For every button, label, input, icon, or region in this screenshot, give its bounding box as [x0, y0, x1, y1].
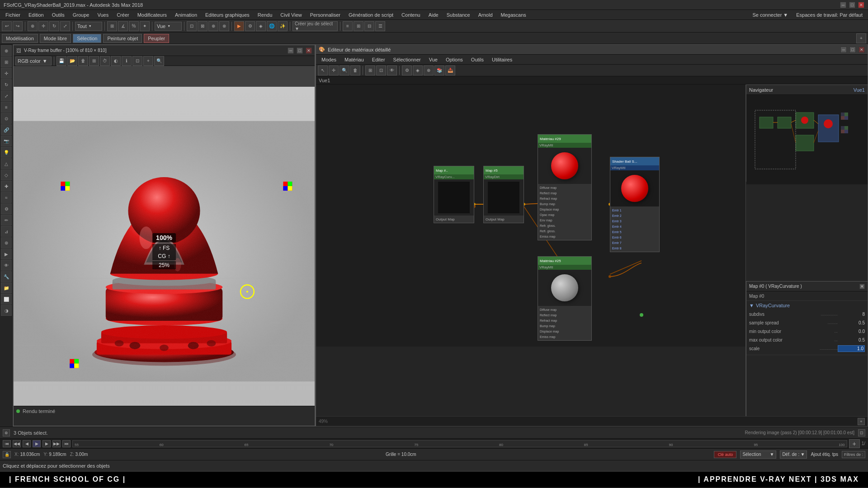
menu-substance[interactable]: Substance [443, 11, 474, 19]
select-tool[interactable]: ⊕ [28, 21, 38, 31]
asset-icon[interactable]: 📁 [1, 282, 12, 293]
mat-material-import[interactable]: 📥 [445, 66, 455, 75]
mat-minimize[interactable]: ─ [840, 47, 847, 53]
menu-creer[interactable]: Créer [113, 11, 133, 19]
environment-btn[interactable]: 🌐 [267, 21, 277, 31]
mat-menu-modes[interactable]: Modes [318, 56, 340, 63]
filters-btn[interactable]: Filtres de : [842, 451, 865, 458]
menu-connect[interactable]: Se connecter ▼ [749, 11, 792, 19]
mat-fit[interactable]: ⊡ [376, 66, 386, 75]
mat-editor-canvas[interactable]: Map #.. VRayCurv... Output Map Map #5 VR… [316, 84, 745, 347]
utilities-icon[interactable]: 🔧 [1, 271, 12, 282]
hierarchy-panel[interactable]: ⊛ [1, 237, 12, 248]
material-editor-btn[interactable]: ◈ [256, 21, 266, 31]
render-button[interactable]: ▶ [234, 21, 244, 31]
menu-groupe[interactable]: Groupe [69, 11, 93, 19]
helper-icon[interactable]: ✚ [1, 181, 12, 192]
create-jeu-select[interactable]: Créer jeu de sélect ▼ [292, 21, 338, 31]
minimize-button[interactable]: ─ [840, 2, 846, 8]
redo-button[interactable]: ↪ [13, 21, 23, 31]
spinner-snap[interactable]: ✦ [140, 21, 150, 31]
menu-contenu[interactable]: Contenu [398, 11, 424, 19]
node-vray-curvature-1[interactable]: Map #.. VRayCurv... Output Map [434, 166, 474, 223]
node-shader-ball[interactable]: Shader Ball S... VRayMtl Emtr 1 Emtr 2 E… [610, 157, 660, 252]
node-material-25[interactable]: Matériau #25 VRayMtl Diffuse map Reflect… [538, 256, 592, 341]
menu-arnold[interactable]: Arnold [475, 11, 496, 19]
anim-first[interactable]: ⏮ [3, 440, 11, 447]
anim-last[interactable]: ⏭ [62, 440, 71, 447]
mat-move-tool[interactable]: ✛ [329, 66, 339, 75]
def-dropdown[interactable]: Déf. de : ▼ [780, 450, 807, 459]
anim-prev-key[interactable]: ◀◀ [13, 440, 21, 447]
mat-hide[interactable]: 👁 [387, 66, 397, 75]
color-mode-dropdown[interactable]: RGB color ▼ [15, 56, 52, 66]
mode-modelisation[interactable]: Modélisation [2, 34, 38, 43]
mode-peupler[interactable]: Peupler [144, 34, 169, 43]
view-dropdown[interactable]: Vue [155, 22, 182, 31]
menu-workspace[interactable]: Espaces de travail: Par défaut [793, 11, 866, 19]
vfb-lut[interactable]: ◐ [111, 56, 121, 66]
mat-options4[interactable]: ⊕ [424, 66, 434, 75]
mat-zoom-tool[interactable]: 🔍 [340, 66, 349, 75]
anim-prev[interactable]: ◀ [23, 440, 31, 447]
bind-tool[interactable]: ⊕ [208, 21, 218, 31]
node-material-29[interactable]: Matériau #29 VRayMtl Diffuse map Reflect… [538, 134, 592, 240]
effects-btn[interactable]: ✨ [278, 21, 288, 31]
menu-editeurs[interactable]: Editeurs graphiques [202, 11, 253, 19]
pivot-icon[interactable]: ⊙ [1, 113, 12, 124]
vfb-history[interactable]: ⏱ [100, 56, 110, 66]
systems-icon[interactable]: ⚙ [1, 203, 12, 214]
display-icon[interactable]: 👁 [1, 260, 12, 271]
select-icon[interactable]: ⊕ [1, 45, 12, 56]
rotate-icon[interactable]: ↻ [1, 79, 12, 90]
lock-btn[interactable]: 🔒 [3, 451, 11, 458]
anim-play[interactable]: ▶ [33, 440, 41, 447]
menu-modificateurs[interactable]: Modificateurs [134, 11, 170, 19]
menu-personnaliser[interactable]: Personnaliser [307, 11, 344, 19]
region-select[interactable]: ⊞ [1, 56, 12, 67]
shade-icon[interactable]: ◑ [1, 305, 12, 316]
close-button[interactable]: ✕ [858, 2, 864, 8]
mat-menu-editer[interactable]: Editer [368, 56, 389, 63]
vfb-zoom[interactable]: 🔍 [154, 56, 164, 66]
vfb-maximize[interactable]: □ [297, 47, 303, 54]
undo-button[interactable]: ↩ [2, 21, 12, 31]
auto-key-btn[interactable]: Clé auto [714, 451, 736, 458]
mode-peinture[interactable]: Peinture objet [103, 34, 142, 43]
anim-next-key[interactable]: ▶▶ [52, 440, 61, 447]
timeline-track[interactable]: 556065707580859095100 [72, 440, 847, 447]
menu-aide[interactable]: Aide [425, 11, 442, 19]
zoom-in[interactable]: + [858, 418, 865, 425]
hierarchy-icon[interactable]: ≡ [1, 102, 12, 113]
vfb-save[interactable]: 💾 [57, 56, 66, 66]
mat-options3[interactable]: ◈ [413, 66, 423, 75]
geometry-icon[interactable]: △ [1, 158, 12, 169]
vfb-clear[interactable]: 🗑 [78, 56, 88, 66]
vfb-info[interactable]: ℹ [122, 56, 132, 66]
named-sel2[interactable]: ⊞ [354, 21, 363, 31]
viewport-icon[interactable]: ⬜ [1, 294, 12, 305]
menu-vues[interactable]: Vues [94, 11, 112, 19]
named-sel3[interactable]: ⊟ [364, 21, 374, 31]
angle-snap[interactable]: ∡ [118, 21, 128, 31]
menu-outils[interactable]: Outils [48, 11, 68, 19]
move-icon[interactable]: ✛ [1, 68, 12, 79]
props-close[interactable]: ✕ [859, 284, 865, 289]
modify-icon[interactable]: ⊿ [1, 226, 12, 237]
light-icon[interactable]: 💡 [1, 147, 12, 158]
mat-menu-selectionner[interactable]: Sélectionner [390, 56, 425, 63]
vfb-pixel[interactable]: + [143, 56, 153, 66]
mat-menu-materiau[interactable]: Matériau [341, 56, 368, 63]
prop-scale-input[interactable] [838, 345, 865, 352]
vfb-open[interactable]: 📂 [67, 56, 77, 66]
named-sel4[interactable]: ☰ [375, 21, 385, 31]
render-progress-toggle[interactable]: ⊡ [858, 429, 865, 436]
menu-megascans[interactable]: Megascans [497, 11, 530, 19]
render-settings[interactable]: ⚙ [245, 21, 255, 31]
percent-snap[interactable]: % [129, 21, 139, 31]
link-icon[interactable]: 🔗 [1, 124, 12, 135]
scale-icon[interactable]: ⤢ [1, 90, 12, 101]
unlink-tool[interactable]: ⊠ [198, 21, 208, 31]
vfb-close[interactable]: ✕ [306, 47, 312, 54]
mat-material-lib[interactable]: 📚 [434, 66, 444, 75]
